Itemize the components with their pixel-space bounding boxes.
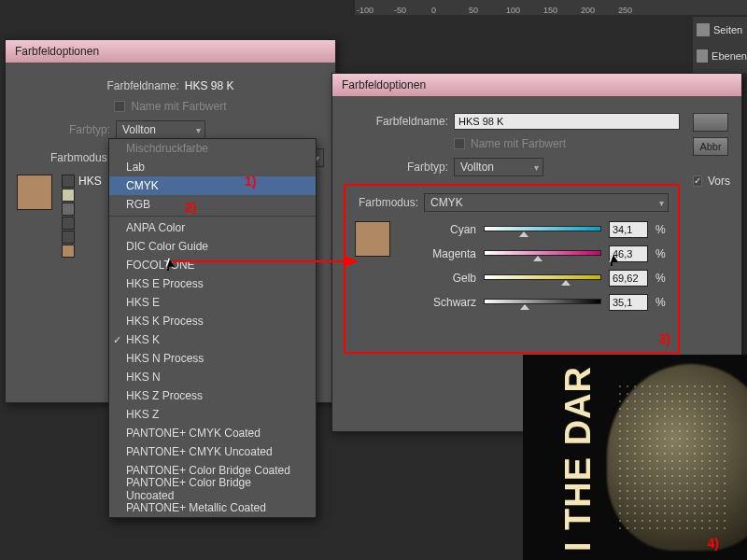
annotation-2: 2) [185, 200, 196, 215]
dropdown-item: Mischdruckfarbe [109, 139, 316, 158]
dropdown-item[interactable]: RGB [109, 195, 316, 214]
dropdown-item[interactable]: HKS N [109, 368, 316, 386]
cmyk-slider-row: Gelb 69,62 % [400, 270, 669, 287]
panel-tab-label: Seiten [713, 24, 742, 35]
cmyk-slider-row: Cyan 34,1 % [400, 221, 669, 238]
preview-label: Vors [708, 175, 730, 188]
color-type-select: Vollton [116, 120, 205, 139]
slider-value-input[interactable]: 35,1 [609, 294, 648, 311]
swatch-label: HKS [78, 175, 102, 188]
dialog-titlebar[interactable]: Farbfeldoptionen [332, 74, 741, 96]
dropdown-item[interactable]: PANTONE+ Color Bridge Uncoated [109, 480, 316, 498]
color-mode-dropdown[interactable]: MischdruckfarbeLabCMYKRGBANPA ColorDIC C… [108, 138, 317, 518]
slider-y[interactable] [484, 274, 601, 282]
dropdown-item[interactable]: HKS Z [109, 405, 316, 424]
color-mode-select[interactable]: CMYK [424, 193, 669, 212]
dialog-titlebar[interactable]: Farbfeldoptionen [6, 40, 335, 63]
swatch-list: HKS [62, 175, 102, 258]
name-with-value-checkbox [454, 138, 465, 149]
annotation-1: 1) [245, 174, 256, 189]
dropdown-item[interactable]: HKS E Process [109, 274, 316, 293]
pages-icon [697, 23, 710, 36]
dropdown-item[interactable]: HKS E [109, 293, 316, 312]
color-type-label: Farbtyp: [17, 123, 110, 136]
ok-button[interactable] [693, 113, 728, 132]
dialog-title: Farbfeldoptionen [342, 78, 426, 91]
color-mode-label: Farbmodus: [355, 196, 418, 209]
panel-tab-layers[interactable]: Ebenen [693, 43, 747, 69]
slider-value-input[interactable]: 69,62 [609, 270, 648, 287]
dropdown-item[interactable]: PANTONE+ CMYK Coated [109, 424, 316, 442]
preview-checkbox[interactable] [693, 175, 702, 187]
swatch-name-label: Farbfeldname: [106, 79, 178, 92]
highlight-box-3: Farbmodus: CMYK Cyan 34,1 %Magenta 46,3 … [344, 184, 680, 354]
percent-label: % [655, 223, 669, 236]
slider-label: Cyan [400, 223, 476, 236]
slider-k[interactable] [484, 299, 601, 306]
name-with-value-label: Name mit Farbwert [131, 100, 226, 113]
swatch-preview [355, 221, 390, 257]
swatch-preview [17, 175, 52, 210]
swatch-name-value: HKS 98 K [185, 79, 234, 92]
slider-value-input[interactable]: 34,1 [609, 221, 648, 238]
dropdown-item[interactable]: PANTONE+ Metallic Coated [109, 498, 316, 517]
svg-marker-1 [345, 256, 359, 267]
slider-label: Magenta [400, 247, 476, 260]
slider-label: Gelb [400, 272, 476, 285]
panel-tab-label: Ebenen [712, 50, 747, 62]
dropdown-item[interactable]: ANPA Color [109, 218, 316, 237]
dropdown-item[interactable]: HKS Z Process [109, 386, 316, 405]
artwork-text: I THE DAR [558, 366, 599, 552]
color-type-label: Farbtyp: [344, 161, 448, 174]
percent-label: % [655, 296, 669, 309]
horizontal-ruler: -100-50050100150200250 [355, 0, 747, 15]
dropdown-item[interactable]: CMYK [109, 176, 316, 195]
swatch-name-input[interactable] [454, 113, 680, 130]
name-with-value-checkbox [114, 101, 125, 112]
cancel-button[interactable]: Abbr [693, 137, 728, 156]
panel-tab-pages[interactable]: Seiten [693, 17, 747, 43]
panel-tabs: Seiten Ebenen [693, 17, 747, 73]
dropdown-item[interactable]: Lab [109, 158, 316, 176]
document-artwork: I THE DAR 4) [523, 355, 747, 560]
color-mode-label: Farbmodus: [17, 151, 110, 164]
percent-label: % [655, 272, 669, 285]
slider-m[interactable] [484, 250, 601, 258]
dropdown-item[interactable]: PANTONE+ CMYK Uncoated [109, 442, 316, 461]
dropdown-item[interactable]: HKS N Process [109, 349, 316, 368]
dropdown-item[interactable]: HKS K Process [109, 312, 316, 330]
name-with-value-label: Name mit Farbwert [471, 137, 566, 150]
slider-label: Schwarz [400, 296, 476, 309]
slider-c[interactable] [484, 226, 601, 233]
annotation-4: 4) [708, 536, 719, 551]
annotation-3: 3) [659, 331, 670, 346]
layers-icon [697, 49, 708, 63]
cmyk-slider-row: Schwarz 35,1 % [400, 294, 669, 311]
annotation-arrow [172, 252, 359, 271]
swatch-name-label: Farbfeldname: [344, 115, 448, 128]
dialog-title: Farbfeldoptionen [15, 45, 99, 58]
color-type-select[interactable]: Vollton [454, 158, 543, 176]
cmyk-slider-row: Magenta 46,3 % [400, 245, 669, 262]
percent-label: % [655, 247, 669, 260]
dropdown-item[interactable]: HKS K [109, 330, 316, 349]
